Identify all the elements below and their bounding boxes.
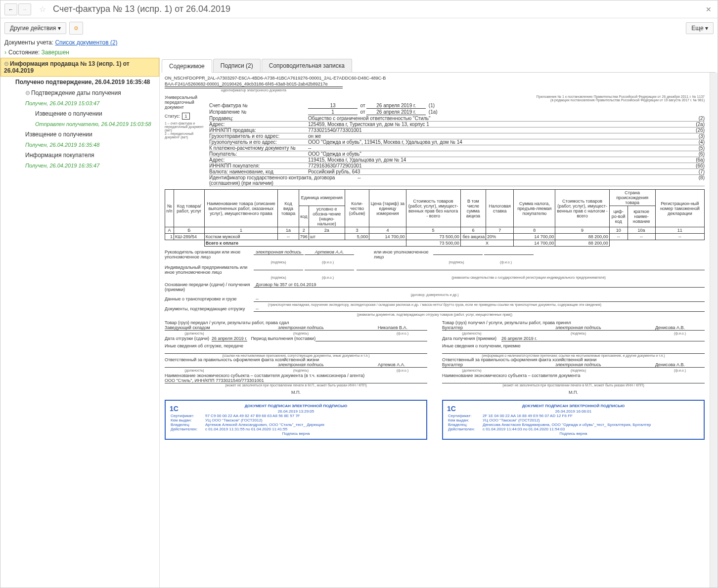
1c-logo-icon: 1С [447, 405, 456, 413]
upd-left-block: Универсальный передаточный документ Стат… [165, 95, 209, 186]
tree-status: Получен, 26.04.2019 16:35:48 [0, 140, 159, 150]
tree-node-confirmation[interactable]: Получено подтверждение, 26.04.2019 16:35… [0, 77, 159, 87]
1c-logo-icon: 1С [170, 405, 179, 413]
receive-column: Товар (груз) получил / услуги, результат… [442, 320, 705, 440]
items-table: № п/пКод товара/ работ, услуг Наименован… [165, 189, 705, 247]
document-tree: ⊖Информация продавца № 13 (испр. 1) от 2… [0, 58, 160, 588]
favorite-button[interactable]: ☆ [36, 3, 49, 15]
doc-id: ON_NSCHFDOPPR_2AL-A7303297-E6CA-4BD6-A73… [165, 76, 705, 81]
table-row: 1КШ-289/54 Костюм мужской-- 796шт 5,0001… [165, 234, 705, 240]
toolbar: Другие действия ▾ ⚙ Еще ▾ [0, 18, 718, 38]
expand-arrow-icon: › [4, 49, 6, 56]
titlebar: ← → ☆ Счет-фактура № 13 (испр. 1) от 26.… [0, 0, 718, 18]
signature-box-2: 1С ДОКУМЕНТ ПОДПИСАН ЭЛЕКТРОННОЙ ПОДПИСЬ… [442, 400, 705, 440]
structure-icon-button[interactable]: ⚙ [69, 22, 83, 35]
tree-node-seller-info[interactable]: ⊖Информация продавца № 13 (испр. 1) от 2… [0, 58, 159, 77]
vertical-scrollbar[interactable] [710, 73, 718, 588]
signature-box-1: 1С ДОКУМЕНТ ПОДПИСАН ЭЛЕКТРОННОЙ ПОДПИСЬ… [165, 400, 427, 440]
window-title: Счет-фактура № 13 (испр. 1) от 26.04.201… [53, 4, 704, 14]
docs-line: Документы учета: Список документов (2) [0, 38, 718, 47]
tab-content[interactable]: Содержимое [162, 59, 212, 73]
document-body: ON_NSCHFDOPPR_2AL-A7303297-E6CA-4BD6-A73… [160, 73, 710, 588]
tree-status: Получен, 26.04.2019 16:35:47 [0, 161, 159, 170]
tree-node-receipt-confirm[interactable]: ⊖Подтверждение даты получения [0, 87, 159, 98]
more-button[interactable]: Еще ▾ [686, 22, 714, 34]
tree-status: Отправлен получателю, 26.04.2019 15:03:5… [0, 119, 159, 129]
forward-button[interactable]: → [18, 3, 31, 15]
tree-node-notification-1[interactable]: Извещение о получении [0, 108, 159, 119]
tree-node-buyer-info[interactable]: Информация покупателя [0, 150, 159, 161]
tab-cover-note[interactable]: Сопроводительная записка [262, 59, 352, 72]
other-actions-button[interactable]: Другие действия ▾ [4, 22, 66, 34]
state-line[interactable]: › Состояние: Завершен [0, 47, 718, 58]
back-button[interactable]: ← [4, 3, 17, 15]
table-total-row: Всего к оплате 73 500,00 Х 14 700,00 88 … [165, 240, 705, 247]
close-button[interactable]: ✕ [704, 4, 714, 14]
content-tabs: Содержимое Подписи (2) Сопроводительная … [162, 59, 716, 73]
appendix-note: Приложение № 1 к постановлению Правитель… [209, 95, 705, 102]
tree-status: Получен, 26.04.2019 15:03:47 [0, 98, 159, 108]
tree-node-notification-2[interactable]: Извещение о получении [0, 129, 159, 140]
doc-id: BAA-F241A5260682-00001_20190426_49cb3186… [165, 82, 343, 87]
tab-signatures[interactable]: Подписи (2) [213, 59, 261, 72]
doc-id-sub: идентификатор электронного документа [165, 88, 343, 92]
docs-list-link[interactable]: Список документов (2) [55, 39, 117, 46]
transfer-column: Товар (груз) передал / услуги, результат… [165, 320, 427, 440]
